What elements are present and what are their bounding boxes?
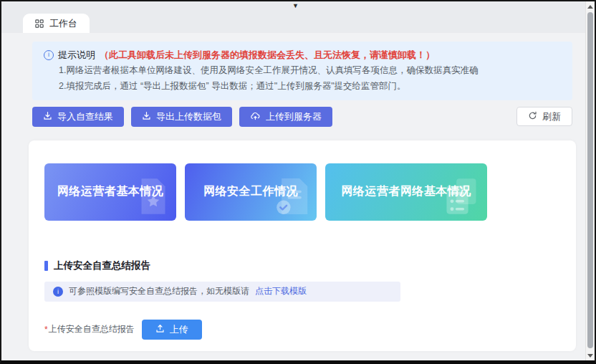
entry-cards: 网络运营者基本情况 网络安全工作情况 <box>44 163 560 221</box>
scrollbar-thumb[interactable] <box>587 12 593 348</box>
download-template-link[interactable]: 点击下载模版 <box>255 285 307 297</box>
notice-warning-text: （此工具卸载后未上传到服务器的填报数据会丢失、且无法恢复，请谨慎卸载！） <box>100 48 435 62</box>
upload-report-field-label: 上传安全自查总结报告 <box>49 323 135 335</box>
card-operator-network-basic[interactable]: 网络运营者网络基本情况 <box>325 163 487 221</box>
notice-title: 提示说明 <box>58 48 95 62</box>
required-mark: * <box>44 325 48 335</box>
toolbar: 导入自查结果 导出上传数据包 上传到服务器 <box>32 107 572 127</box>
notice-box: i 提示说明 （此工具卸载后未上传到服务器的填报数据会丢失、且无法恢复，请谨慎卸… <box>32 42 572 100</box>
notice-header: i 提示说明 （此工具卸载后未上传到服务器的填报数据会丢失、且无法恢复，请谨慎卸… <box>44 48 561 62</box>
import-self-check-button[interactable]: 导入自查结果 <box>32 107 124 127</box>
scroll-up-arrow-icon[interactable] <box>587 5 593 9</box>
grid-icon <box>35 19 44 28</box>
tab-bar: 工作台 <box>1 13 595 33</box>
upload-report-label: 上传 <box>170 323 188 336</box>
card-label: 网络运营者网络基本情况 <box>341 184 471 199</box>
notice-instruction-2: 2.填报完成后，通过 “导出上报数据包” 导出数据；通过"上传到服务器"提交给监… <box>44 80 561 93</box>
export-package-label: 导出上传数据包 <box>156 110 221 123</box>
download-icon <box>142 111 151 123</box>
notice-instruction-1: 1.网络运营者根据本单位网络建设、使用及网络安全工作展开情况、认真填写各项信息，… <box>44 64 561 77</box>
collapse-caret-icon[interactable]: ▼ <box>292 2 299 9</box>
upload-icon <box>155 324 165 335</box>
tab-workbench[interactable]: 工作台 <box>23 14 90 33</box>
upload-to-server-button[interactable]: 上传到服务器 <box>239 107 332 127</box>
tab-workbench-label: 工作台 <box>49 17 77 30</box>
vertical-scrollbar[interactable] <box>585 1 595 360</box>
export-package-button[interactable]: 导出上传数据包 <box>131 107 232 127</box>
main-content: i 提示说明 （此工具卸载后未上传到服务器的填报数据会丢失、且无法恢复，请谨慎卸… <box>1 42 595 364</box>
report-section-title: 上传安全自查总结报告 <box>54 259 150 272</box>
info-circle-icon: i <box>44 50 54 60</box>
card-label: 网络安全工作情况 <box>203 184 298 199</box>
card-security-work[interactable]: 网络安全工作情况 <box>185 163 317 221</box>
upload-report-button[interactable]: 上传 <box>142 320 202 340</box>
scroll-down-arrow-icon[interactable] <box>587 354 593 358</box>
template-tip-bar: i 可参照模版编写安全自查总结报告，如无模版请点击下载模版 <box>44 282 400 302</box>
section-accent-bar <box>44 261 48 271</box>
refresh-button[interactable]: 刷新 <box>516 107 572 126</box>
download-icon <box>43 111 52 123</box>
window-top-strip: ▼ <box>1 1 595 13</box>
import-self-check-label: 导入自查结果 <box>57 110 113 123</box>
upload-report-row: * 上传安全自查总结报告 上传 <box>44 320 560 340</box>
app-window: ▼ 工作台 i 提示说明 （此工具卸载后未上传到服务器的填报数据会丢失、且无法恢… <box>0 0 596 364</box>
card-label: 网络运营者基本情况 <box>57 184 164 199</box>
refresh-label: 刷新 <box>542 110 561 123</box>
cloud-upload-icon <box>250 111 261 123</box>
upload-to-server-label: 上传到服务器 <box>266 110 322 123</box>
refresh-icon <box>528 111 537 123</box>
report-section-header: 上传安全自查总结报告 <box>44 259 560 272</box>
card-network-operator-basic[interactable]: 网络运营者基本情况 <box>44 163 176 221</box>
info-filled-icon: i <box>53 287 63 297</box>
workbench-panel: 网络运营者基本情况 网络安全工作情况 <box>29 140 576 351</box>
template-tip-text: 可参照模版编写安全自查总结报告，如无模版请 <box>69 285 249 297</box>
